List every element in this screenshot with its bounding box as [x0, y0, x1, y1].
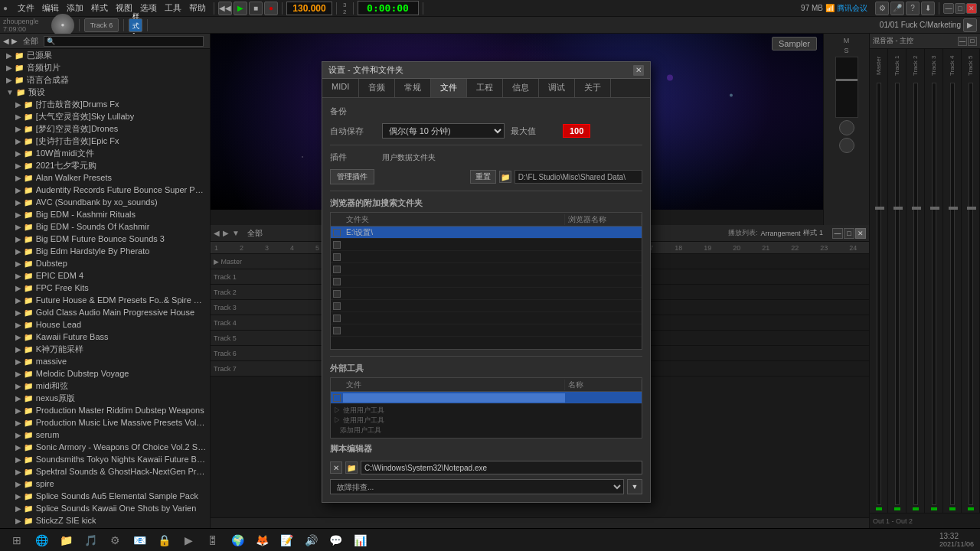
browser-item[interactable]: ▶ 📁Spektral Sounds & GhostHack-NextGen P…	[0, 465, 210, 478]
fader-track[interactable]	[950, 83, 955, 505]
ext-tools-table[interactable]: 文件 名称 ▷ 使用用户工具 ▷ 使用用户工具 添加用户工具	[330, 377, 642, 439]
browser-item[interactable]: ▶ 📁Kawaii Future Bass	[0, 331, 210, 343]
script-remove-btn[interactable]: ✕	[330, 461, 342, 474]
table-row[interactable]	[331, 239, 642, 251]
browser-item[interactable]: ▶ 📁spire	[0, 478, 210, 490]
browser-item[interactable]: ▶ 📁Future House & EDM Presets Fo..& Spir…	[0, 294, 210, 306]
all-btn[interactable]: 全部	[247, 228, 263, 239]
table-row[interactable]	[331, 324, 642, 337]
browser-item[interactable]: ▶ 📁midi和弦	[0, 380, 210, 392]
browser-item[interactable]: ▶ 📁音频切片	[0, 61, 210, 73]
tempo-display[interactable]: 130.000	[286, 2, 332, 15]
browser-item[interactable]: ▶ 📁已源果	[0, 49, 210, 61]
script-path-input[interactable]	[361, 461, 642, 474]
browser-item[interactable]: ▶ 📁Sonic Armory - Weapons Of Choice Vol.…	[0, 441, 210, 453]
browser-item[interactable]: ▶ 📁[梦幻空灵音效]Drones	[0, 122, 210, 135]
taskbar-app-icon[interactable]: 🎵	[80, 530, 101, 551]
menu-item-文件[interactable]: 文件	[14, 1, 38, 15]
table-row[interactable]	[331, 300, 642, 312]
maximize-panel[interactable]: □	[844, 228, 854, 239]
arrow-right[interactable]: ▶	[963, 18, 977, 32]
transport-prev[interactable]: ◀◀	[218, 2, 232, 15]
tab-工程[interactable]: 工程	[467, 79, 503, 97]
browser-item[interactable]: ▶ 📁AVC (Soundbank by xo_sounds)	[0, 196, 210, 208]
transport-play[interactable]: ▶	[234, 2, 247, 15]
taskbar-app-icon[interactable]: ⊞	[6, 530, 28, 551]
browser-item[interactable]: ▶ 📁Production Music Live Massive Presets…	[0, 416, 210, 429]
transport-rec[interactable]: ●	[264, 2, 278, 15]
help-icon[interactable]: ?	[906, 2, 920, 15]
tab-常规[interactable]: 常规	[395, 79, 431, 97]
tab-文件[interactable]: 文件	[431, 79, 467, 97]
close-panel[interactable]: ✕	[855, 228, 866, 239]
taskbar-app-icon[interactable]: 📧	[129, 530, 150, 551]
browser-item[interactable]: ▶ 📁Soundsmiths Tokyo Nights Kawaii Futur…	[0, 453, 210, 465]
browser-item[interactable]: ▶ 📁Audentity Records Future Bounce Super…	[0, 184, 210, 196]
manage-plugins-btn[interactable]: 管理插件	[330, 169, 374, 184]
minimize-btn[interactable]: —	[943, 3, 954, 14]
reset-btn[interactable]: 重置	[470, 170, 496, 184]
fwd-arrow[interactable]: ▶	[223, 229, 229, 237]
browser-item[interactable]: ▶ 📁Alan Walker Presets	[0, 171, 210, 184]
mixer-channel[interactable]: Track 4	[943, 49, 962, 513]
browser-item[interactable]: ▶ 📁Melodic Dubstep Voyage	[0, 367, 210, 380]
browser-folders-table[interactable]: 文件夹 浏览器名称 E:\设置\	[330, 212, 642, 350]
taskbar-app-icon[interactable]: 📝	[276, 530, 297, 551]
back-arrow[interactable]: ◀	[214, 229, 220, 237]
browser-item[interactable]: ▶ 📁Production Master Riddim Dubstep Weap…	[0, 404, 210, 416]
fader-track[interactable]	[913, 83, 918, 505]
minimize-panel[interactable]: —	[832, 228, 843, 239]
mixer-channel[interactable]: Master	[870, 49, 888, 513]
pattern-btn[interactable]: 样式 1	[129, 18, 142, 32]
menu-item-编辑[interactable]: 编辑	[38, 1, 63, 15]
fader-track[interactable]	[932, 83, 936, 505]
browser-item[interactable]: ▶ 📁EPIC EDM 4	[0, 269, 210, 282]
mixer-channel[interactable]: Track 1	[888, 49, 906, 513]
close-btn[interactable]: ✕	[966, 3, 977, 14]
tab-MIDI[interactable]: MIDI	[322, 79, 359, 97]
taskbar-app-icon[interactable]: 🎛	[202, 530, 224, 551]
transport-stop[interactable]: ■	[249, 2, 263, 15]
browser-item[interactable]: ▶ 📁语言合成器	[0, 73, 210, 86]
download-icon[interactable]: ⬇	[921, 2, 935, 15]
browser-item[interactable]: ▶ 📁[史诗打击音效]Epic Fx	[0, 135, 210, 147]
folder-icon[interactable]: 📁	[499, 171, 511, 183]
tab-关于[interactable]: 关于	[575, 79, 611, 97]
fwd-btn[interactable]: ▶	[11, 37, 18, 45]
browser-item[interactable]: ▶ 📁nexus原版	[0, 392, 210, 404]
taskbar-app-icon[interactable]: 💬	[325, 530, 346, 551]
fader-track[interactable]	[895, 83, 900, 505]
mixer-channel[interactable]: Track 2	[906, 49, 925, 513]
taskbar-app-icon[interactable]: 🔊	[300, 530, 322, 551]
script-folder-btn[interactable]: 📁	[345, 461, 358, 474]
menu-item-选项[interactable]: 选项	[136, 1, 161, 15]
browser-item[interactable]: ▶ 📁massive	[0, 355, 210, 367]
browser-item[interactable]: ▶ 📁[打击鼓音效]Drums Fx	[0, 98, 210, 110]
mixer-maximize[interactable]: □	[968, 37, 977, 46]
tab-调试[interactable]: 调试	[539, 79, 575, 97]
menu-item-帮助[interactable]: 帮助	[185, 1, 210, 15]
taskbar-app-icon[interactable]: 🔒	[153, 530, 175, 551]
taskbar-app-icon[interactable]: 🌍	[227, 530, 248, 551]
browser-item[interactable]: ▶ 📁Big EDM - Sounds Of Kashmir	[0, 220, 210, 233]
browser-item[interactable]: ▶ 📁Splice Sounds Au5 Elemental Sample Pa…	[0, 490, 210, 502]
browser-item[interactable]: ▶ 📁Gold Class Audio Main Progressive Hou…	[0, 306, 210, 318]
browser-item[interactable]: ▶ 📁Big EDM - Kashmir Rituals	[0, 208, 210, 220]
taskbar-app-icon[interactable]: 📊	[349, 530, 371, 551]
table-row[interactable]	[331, 288, 642, 300]
taskbar-app-icon[interactable]: ⚙	[104, 530, 126, 551]
volume-knob[interactable]	[839, 120, 854, 135]
table-row[interactable]	[331, 251, 642, 263]
browser-item[interactable]: ▶ 📁Sylenth 1	[0, 527, 210, 528]
table-row[interactable]	[331, 263, 642, 276]
browser-item[interactable]: ▶ 📁Big Edm Hardstyle By Pherato	[0, 245, 210, 257]
autosave-select[interactable]: 偶尔(每 10 分钟)	[382, 123, 505, 139]
browser-item[interactable]: ▶ 📁K神万能采样	[0, 343, 210, 355]
tab-音频[interactable]: 音频	[359, 79, 395, 97]
menu-item-样式[interactable]: 样式	[87, 1, 112, 15]
mixer-minimize[interactable]: —	[958, 37, 967, 46]
sort-down-btn[interactable]: ▼	[627, 479, 642, 494]
h-scrollbar[interactable]	[211, 517, 869, 528]
browser-item[interactable]: ▶ 📁StickzZ SIE kick	[0, 514, 210, 527]
browser-item[interactable]: ▶ 📁10W首midi文件	[0, 147, 210, 159]
